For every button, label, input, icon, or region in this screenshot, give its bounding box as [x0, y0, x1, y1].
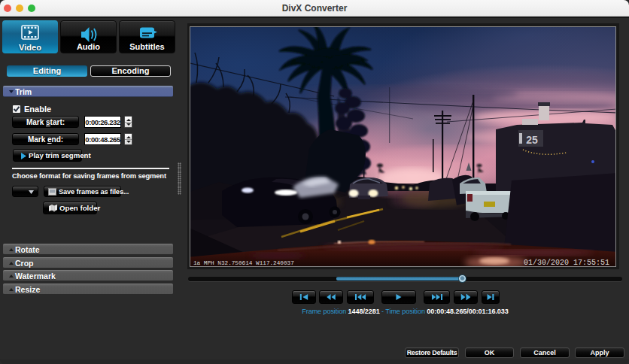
svg-text:01/30/2020 17:55:51: 01/30/2020 17:55:51	[524, 259, 609, 266]
svg-text:25: 25	[526, 134, 538, 146]
svg-text:1a MPH N32.750614 W117.240037: 1a MPH N32.750614 W117.240037	[193, 260, 294, 266]
